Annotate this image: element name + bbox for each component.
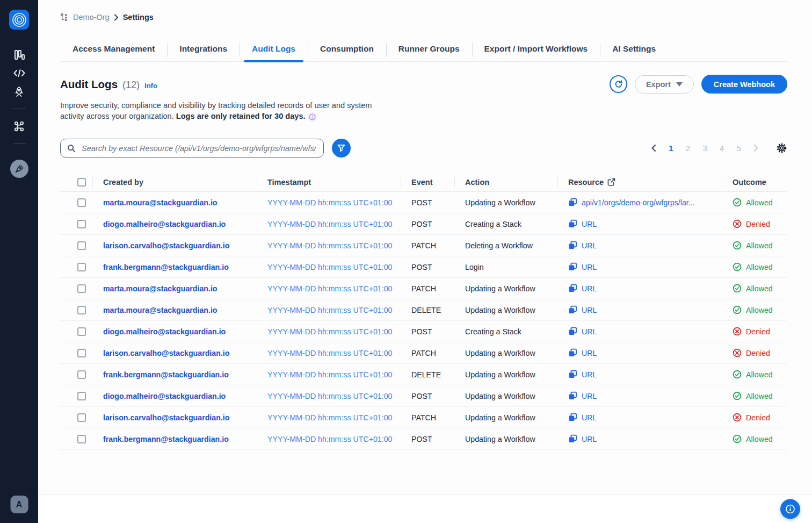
- tab[interactable]: Integrations: [167, 39, 240, 61]
- timestamp-link[interactable]: YYYY-MM-DD hh:mm:ss UTC+01:00: [267, 284, 392, 293]
- tab[interactable]: Consumption: [308, 39, 386, 61]
- row-checkbox[interactable]: [77, 349, 86, 357]
- timestamp-link[interactable]: YYYY-MM-DD hh:mm:ss UTC+01:00: [267, 435, 392, 443]
- dashboard-bars-icon[interactable]: [12, 48, 26, 62]
- row-checkbox[interactable]: [77, 220, 86, 228]
- table-settings-button[interactable]: [776, 142, 787, 154]
- tab[interactable]: Access Management: [60, 39, 167, 61]
- header-event: Event: [401, 173, 454, 191]
- export-button[interactable]: Export: [635, 75, 694, 94]
- pagination-prev-button[interactable]: [651, 144, 656, 152]
- row-checkbox[interactable]: [77, 370, 86, 379]
- user-avatar[interactable]: A: [10, 496, 28, 513]
- created-by-link[interactable]: diogo.malheiro@stackguardian.io: [103, 392, 226, 400]
- table-header-row: Created by Timestampt Event Action Resou…: [60, 173, 787, 192]
- timestamp-link[interactable]: YYYY-MM-DD hh:mm:ss UTC+01:00: [267, 349, 392, 357]
- breadcrumb-org[interactable]: Demo-Org: [73, 13, 110, 22]
- filter-button[interactable]: [332, 139, 351, 157]
- tab[interactable]: Audit Logs: [240, 39, 308, 61]
- resource-link[interactable]: URL: [582, 220, 597, 228]
- resource-link[interactable]: URL: [582, 263, 597, 271]
- code-icon[interactable]: [12, 66, 26, 80]
- row-checkbox[interactable]: [77, 435, 86, 443]
- copy-resource-icon[interactable]: [568, 305, 577, 314]
- copy-resource-icon[interactable]: [568, 413, 577, 422]
- timestamp-link[interactable]: YYYY-MM-DD hh:mm:ss UTC+01:00: [267, 327, 392, 336]
- copy-resource-icon[interactable]: [568, 198, 577, 207]
- tab[interactable]: AI Settings: [600, 39, 668, 61]
- resource-link[interactable]: api/v1/orgs/demo-org/wfgrps/lar...: [582, 198, 695, 207]
- resource-link[interactable]: URL: [582, 413, 597, 422]
- retention-tooltip-icon[interactable]: [308, 112, 317, 121]
- resource-link[interactable]: URL: [582, 284, 597, 293]
- pagination-page-button[interactable]: 5: [736, 144, 741, 153]
- timestamp-link[interactable]: YYYY-MM-DD hh:mm:ss UTC+01:00: [267, 306, 392, 314]
- tab[interactable]: Runner Groups: [386, 39, 472, 61]
- copy-resource-icon[interactable]: [568, 348, 577, 357]
- timestamp-link[interactable]: YYYY-MM-DD hh:mm:ss UTC+01:00: [267, 263, 392, 271]
- resource-link[interactable]: URL: [582, 241, 597, 250]
- row-checkbox[interactable]: [77, 263, 86, 271]
- created-by-link[interactable]: frank.bergmann@stackguardian.io: [103, 435, 229, 443]
- row-checkbox[interactable]: [77, 284, 86, 293]
- resource-link[interactable]: URL: [582, 327, 597, 336]
- search-input[interactable]: [81, 144, 317, 153]
- pagination-page-button[interactable]: 1: [669, 144, 673, 153]
- select-all-checkbox[interactable]: [77, 178, 86, 187]
- row-checkbox[interactable]: [77, 413, 86, 422]
- pagination-page-button[interactable]: 2: [686, 144, 691, 153]
- timestamp-link[interactable]: YYYY-MM-DD hh:mm:ss UTC+01:00: [267, 198, 392, 207]
- info-link[interactable]: Info: [144, 82, 157, 90]
- timestamp-link[interactable]: YYYY-MM-DD hh:mm:ss UTC+01:00: [267, 241, 392, 250]
- created-by-link[interactable]: frank.bergmann@stackguardian.io: [103, 370, 229, 379]
- pagination-page-button[interactable]: 4: [720, 144, 724, 153]
- rocket-icon[interactable]: [12, 84, 26, 98]
- resource-link[interactable]: URL: [582, 370, 597, 379]
- copy-resource-icon[interactable]: [568, 241, 577, 250]
- copy-resource-icon[interactable]: [568, 284, 577, 293]
- resource-link[interactable]: URL: [582, 392, 597, 400]
- copy-resource-icon[interactable]: [568, 327, 577, 336]
- created-by-link[interactable]: diogo.malheiro@stackguardian.io: [103, 220, 226, 228]
- created-by-link[interactable]: frank.bergmann@stackguardian.io: [103, 263, 229, 271]
- resource-link[interactable]: URL: [582, 349, 597, 357]
- stackguardian-logo-icon[interactable]: [9, 10, 29, 30]
- tab-label: Audit Logs: [252, 44, 295, 53]
- row-checkbox[interactable]: [77, 198, 86, 207]
- help-info-button[interactable]: [780, 499, 800, 519]
- outcome-badge: Allowed: [722, 284, 787, 293]
- row-checkbox[interactable]: [77, 327, 86, 336]
- external-link-icon[interactable]: [607, 178, 615, 186]
- created-by-link[interactable]: larison.carvalho@stackguardian.io: [103, 241, 229, 250]
- row-checkbox[interactable]: [77, 241, 86, 250]
- table-body: marta.moura@stackguardian.io YYYY-MM-DD …: [60, 192, 787, 450]
- row-checkbox[interactable]: [77, 306, 86, 314]
- copy-resource-icon[interactable]: [568, 391, 577, 400]
- resource-link[interactable]: URL: [582, 306, 597, 314]
- create-webhook-button[interactable]: Create Webhook: [701, 75, 787, 94]
- created-by-link[interactable]: marta.moura@stackguardian.io: [103, 306, 218, 314]
- created-by-link[interactable]: larison.carvalho@stackguardian.io: [103, 349, 229, 357]
- outcome-badge: Allowed: [722, 198, 787, 207]
- tab[interactable]: Export / Import Workflows: [472, 39, 600, 61]
- created-by-link[interactable]: marta.moura@stackguardian.io: [103, 284, 218, 293]
- timestamp-link[interactable]: YYYY-MM-DD hh:mm:ss UTC+01:00: [267, 220, 392, 228]
- timestamp-link[interactable]: YYYY-MM-DD hh:mm:ss UTC+01:00: [267, 413, 392, 422]
- workspace-avatar-rocket-icon[interactable]: [10, 160, 28, 178]
- pagination-page-button[interactable]: 3: [702, 144, 707, 153]
- timestamp-link[interactable]: YYYY-MM-DD hh:mm:ss UTC+01:00: [267, 370, 392, 379]
- created-by-link[interactable]: diogo.malheiro@stackguardian.io: [103, 327, 226, 336]
- command-icon[interactable]: [12, 119, 26, 133]
- resource-link[interactable]: URL: [582, 435, 597, 443]
- copy-resource-icon[interactable]: [568, 262, 577, 271]
- copy-resource-icon[interactable]: [568, 219, 577, 228]
- copy-resource-icon[interactable]: [568, 370, 577, 379]
- created-by-link[interactable]: larison.carvalho@stackguardian.io: [103, 413, 229, 422]
- timestamp-link[interactable]: YYYY-MM-DD hh:mm:ss UTC+01:00: [267, 392, 392, 400]
- refresh-button[interactable]: [610, 75, 627, 93]
- copy-resource-icon[interactable]: [568, 434, 577, 443]
- row-checkbox[interactable]: [77, 392, 86, 400]
- created-by-link[interactable]: marta.moura@stackguardian.io: [103, 198, 218, 207]
- outcome-label: Allowed: [746, 263, 773, 271]
- pagination-next-button[interactable]: [753, 144, 759, 152]
